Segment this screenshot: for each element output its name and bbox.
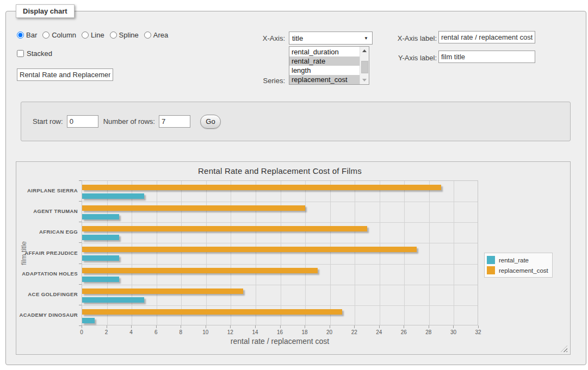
go-button[interactable]: Go <box>200 115 221 129</box>
x-tick-mark <box>453 325 454 328</box>
series-option-replacement_cost[interactable]: replacement_cost <box>289 75 360 84</box>
gridline <box>231 181 231 325</box>
x-tick-mark <box>82 325 82 328</box>
chart-type-radio-line[interactable] <box>82 32 89 39</box>
series-option-rental_rate[interactable]: rental_rate <box>289 57 360 66</box>
bar-rental_rate <box>82 214 119 220</box>
start-row-label: Start row: <box>33 117 63 126</box>
y-tick-mark <box>79 180 82 181</box>
y-tick-mark <box>79 305 82 305</box>
plot-area <box>82 180 478 325</box>
chart-type-option-area: Area <box>144 31 168 39</box>
chart-type-option-bar: Bar <box>17 31 37 39</box>
x-tick-mark <box>305 325 305 328</box>
category-label: AGENT TRUMAN <box>16 208 78 214</box>
stacked-checkbox[interactable] <box>17 50 24 57</box>
gridline <box>181 181 182 325</box>
start-row-input[interactable] <box>67 115 98 128</box>
category-label: ACADEMY DINOSAUR <box>16 312 78 318</box>
y-tick-mark <box>79 222 82 222</box>
bar-replacement_cost <box>82 185 441 190</box>
chart-x-axis-title: rental rate / replacement cost <box>82 337 478 346</box>
x-tick-label: 16 <box>277 329 283 335</box>
x-tick-mark <box>280 325 281 328</box>
chevron-down-icon: ▼ <box>364 36 368 41</box>
series-option-length[interactable]: length <box>289 66 360 75</box>
listbox-scrollbar[interactable] <box>360 47 369 84</box>
chart-type-option-line: Line <box>82 31 104 39</box>
row-controls-panel: Start row: Number of rows: Go <box>21 102 571 141</box>
chart-type-option-spline: Spline <box>110 31 139 39</box>
chart-type-option-column: Column <box>42 31 76 39</box>
gridline <box>82 285 478 285</box>
chart-type-radio-label: Line <box>91 31 104 39</box>
chart-type-radio-spline[interactable] <box>110 32 117 39</box>
chart-type-radio-label: Area <box>153 31 168 39</box>
bar-rental_rate <box>82 193 144 199</box>
chart-type-radio-column[interactable] <box>42 32 49 39</box>
x-tick-mark <box>478 325 479 328</box>
gridline <box>355 181 355 325</box>
scroll-down-icon[interactable] <box>360 76 369 84</box>
category-label: ACE GOLDFINGER <box>16 291 78 297</box>
gridline <box>132 181 132 325</box>
x-tick-label: 0 <box>80 329 83 335</box>
gridline <box>380 181 380 325</box>
gridline <box>157 181 157 325</box>
series-option-rental_duration[interactable]: rental_duration <box>289 47 360 57</box>
y-axis-label-label: Y-Axis label: <box>372 54 437 62</box>
gridline <box>82 202 478 202</box>
x-tick-label: 18 <box>302 329 308 335</box>
bar-replacement_cost <box>82 309 342 315</box>
x-tick-label: 4 <box>129 329 133 335</box>
category-label: AIRPLANE SIERRA <box>16 187 78 193</box>
gridline <box>82 243 478 243</box>
gridline <box>206 181 207 325</box>
bar-replacement_cost <box>82 268 318 273</box>
legend-item-replacement_cost: replacement_cost <box>487 265 548 275</box>
category-label: AFRICAN EGG <box>16 229 78 235</box>
x-axis-label-label: X-Axis label: <box>372 34 437 42</box>
chart-panel: Rental Rate and Replacement Cost of Film… <box>16 161 571 355</box>
legend-label: rental_rate <box>499 257 529 264</box>
x-tick-mark <box>354 325 355 328</box>
category-label: AFFAIR PREJUDICE <box>16 250 78 256</box>
chart-type-radio-label: Spline <box>119 31 139 39</box>
x-tick-mark <box>206 325 206 328</box>
x-tick-mark <box>404 325 404 328</box>
stacked-row: Stacked <box>17 49 52 58</box>
chart-type-radio-bar[interactable] <box>17 32 24 39</box>
x-axis-select[interactable]: title ▼ <box>289 32 373 45</box>
x-tick-mark <box>429 325 429 328</box>
y-axis-label-input[interactable] <box>438 51 535 63</box>
chart-type-radio-area[interactable] <box>144 32 151 39</box>
number-of-rows-input[interactable] <box>159 115 190 128</box>
chart-title-input[interactable] <box>17 68 113 81</box>
category-label: ADAPTATION HOLES <box>16 271 78 277</box>
gridline <box>404 181 405 325</box>
resize-handle-icon[interactable] <box>561 346 567 352</box>
gridline <box>107 181 108 325</box>
x-tick-mark <box>107 325 107 328</box>
y-tick-mark <box>79 201 82 202</box>
x-tick-mark <box>379 325 380 328</box>
gridline <box>82 264 478 265</box>
bar-rental_rate <box>82 255 119 261</box>
bar-replacement_cost <box>82 289 243 294</box>
x-tick-mark <box>131 325 132 328</box>
x-tick-label: 10 <box>202 329 208 335</box>
gridline <box>305 181 306 325</box>
scrollbar-thumb[interactable] <box>361 61 368 73</box>
x-axis-label-input[interactable] <box>438 31 535 43</box>
x-axis-select-value: title <box>292 34 303 42</box>
legend-label: replacement_cost <box>499 267 548 274</box>
y-tick-mark <box>79 325 82 326</box>
x-tick-label: 30 <box>450 329 456 335</box>
x-tick-label: 22 <box>351 329 357 335</box>
x-tick-mark <box>181 325 181 328</box>
x-tick-label: 2 <box>105 329 108 335</box>
gridline <box>256 181 256 325</box>
x-tick-label: 28 <box>425 329 431 335</box>
scroll-up-icon[interactable] <box>360 47 369 55</box>
series-listbox[interactable]: rental_durationrental_ratelengthreplacem… <box>289 46 369 85</box>
